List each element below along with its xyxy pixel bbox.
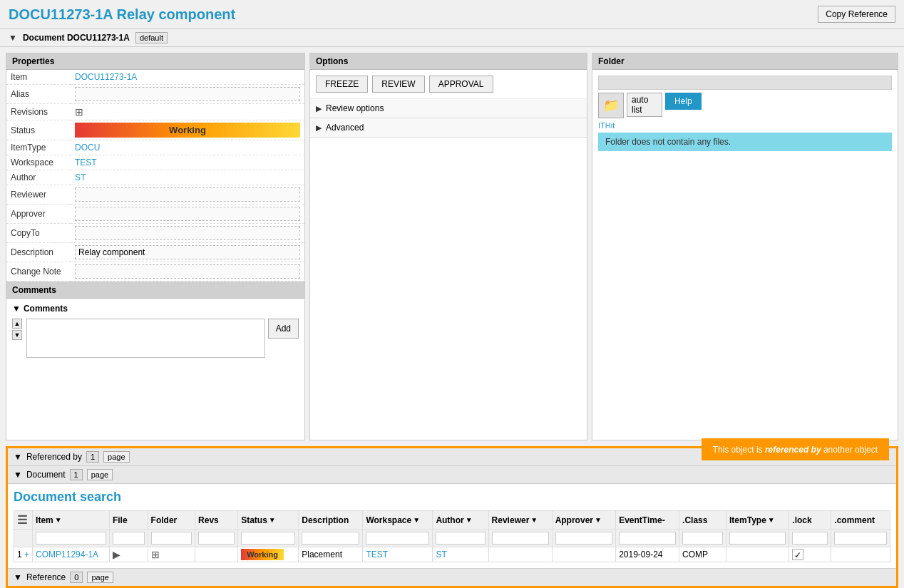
comments-header-label: Comments [12,285,56,295]
help-button[interactable]: Help [665,93,702,110]
prop-label-copyto: CopyTo [6,224,71,243]
revisions-icon[interactable]: ⊞ [75,106,83,118]
copy-reference-button[interactable]: Copy Reference [818,6,895,23]
filter-input-revs[interactable] [198,532,235,545]
status-filter-icon[interactable]: ▼ [269,516,276,524]
cell-lock: ✓ [789,547,831,562]
comment-textarea[interactable] [26,319,265,358]
prop-label-revisions: Revisions [6,104,71,120]
col-description: Description [299,511,363,530]
filter-folder [148,530,195,547]
prop-label-status: Status [6,120,71,140]
prop-row-reviewer: Reviewer [6,185,304,205]
filter-input-eventtime[interactable] [619,532,676,545]
comment-input-area: ▲ ▼ Add [12,319,299,358]
cell-itemtype [726,547,789,562]
lock-checkbox[interactable]: ✓ [792,549,803,560]
prop-input-description[interactable] [75,245,300,259]
reviewer-filter-icon[interactable]: ▼ [530,516,538,524]
filter-input-reviewer[interactable] [492,532,549,545]
prop-input-alias[interactable] [75,87,300,101]
reference-page[interactable]: page [87,572,113,583]
filter-file [109,530,148,547]
add-comment-button[interactable]: Add [268,319,299,339]
default-badge: default [135,32,168,43]
scroll-up-button[interactable]: ▲ [12,319,22,329]
hamburger-icon[interactable]: ☰ [17,514,27,526]
review-button[interactable]: REVIEW [372,76,424,93]
scroll-down-button[interactable]: ▼ [12,330,22,340]
item-filter-icon[interactable]: ▼ [55,516,62,524]
properties-table: Item DOCU11273-1A Alias Revisions ⊞ Stat… [6,70,304,282]
approver-filter-icon[interactable]: ▼ [595,516,602,524]
prop-value-item[interactable]: DOCU11273-1A [75,72,137,82]
review-options-row[interactable]: ▶ Review options [310,99,587,118]
folder-copy-icon: ⊞ [151,549,160,560]
row-link-workspace[interactable]: TEST [366,550,388,559]
filter-reviewer [488,530,552,547]
doc-search-title: Document search [14,490,890,505]
freeze-button[interactable]: FREEZE [316,76,368,93]
filter-input-approver[interactable] [555,532,613,545]
filter-hamburger [14,530,33,547]
prop-row-status: Status Working [6,120,304,140]
filter-input-lock[interactable] [792,532,828,545]
prop-value-workspace[interactable]: TEST [75,158,97,167]
notification-text: This object is [713,445,765,455]
col-author: Author ▼ [433,511,488,530]
prop-label-itemtype: ItemType [6,140,71,155]
col-status: Status ▼ [238,511,299,530]
row-link-author[interactable]: ST [436,550,446,559]
folder-options-box: auto list [627,93,662,117]
filter-item [33,530,110,547]
referenced-by-page[interactable]: page [103,451,129,463]
properties-panel: Properties Item DOCU11273-1A Alias Revis… [6,53,305,440]
prop-row-copyto: CopyTo [6,224,304,243]
prop-input-reviewer[interactable] [75,187,300,202]
filter-input-class[interactable] [682,532,723,545]
prop-input-approver[interactable] [75,207,300,221]
cell-revs [195,547,238,562]
prop-value-itemtype[interactable]: DOCU [75,143,100,153]
col-revs: Revs [195,511,238,530]
prop-input-changenote[interactable] [75,264,300,279]
comments-expand[interactable]: ▼ Comments [12,301,299,316]
approval-button[interactable]: APPROVAL [429,76,493,93]
ithit-link[interactable]: ITHit [598,121,892,130]
prop-value-author[interactable]: ST [75,172,86,182]
file-arrow-icon[interactable]: ▶ [113,549,120,560]
filter-input-workspace[interactable] [366,532,429,545]
doc-header: ▼ Document DOCU11273-1A default [0,29,904,47]
filter-input-description[interactable] [302,532,359,545]
advanced-row[interactable]: ▶ Advanced [310,118,587,138]
folder-header: Folder [592,53,898,70]
filter-description [299,530,363,547]
itemtype-filter-icon[interactable]: ▼ [768,516,775,524]
col-lock: .lock [789,511,831,530]
col-eventtime: EventTime- [616,511,679,530]
chevron-down-icon: ▼ [9,33,17,43]
options-panel: Options FREEZE REVIEW APPROVAL ▶ Review … [309,53,587,440]
cell-class: COMP [679,547,726,562]
folder-empty-message: Folder does not contain any files. [598,133,892,151]
author-filter-icon[interactable]: ▼ [466,516,473,524]
referenced-by-badge: 1 [86,451,99,463]
filter-revs [195,530,238,547]
filter-eventtime [616,530,679,547]
filter-input-author[interactable] [436,532,485,545]
filter-input-itemtype[interactable] [729,532,786,545]
filter-input-folder[interactable] [151,532,192,545]
document-page[interactable]: page [87,469,113,480]
filter-input-item[interactable] [36,532,106,545]
filter-comment [831,530,890,547]
prop-input-copyto[interactable] [75,226,300,240]
search-table: ☰ Item ▼ File Folder Revs Status ▼ Descr… [14,510,890,562]
filter-input-comment[interactable] [834,532,887,545]
filter-input-status[interactable] [241,532,295,545]
filter-input-file[interactable] [113,532,145,545]
row-link-item[interactable]: COMP11294-1A [36,550,98,559]
ws-filter-icon[interactable]: ▼ [413,516,420,524]
add-row-button[interactable]: + [24,550,29,559]
review-options-label: Review options [326,103,384,113]
filter-class [679,530,726,547]
